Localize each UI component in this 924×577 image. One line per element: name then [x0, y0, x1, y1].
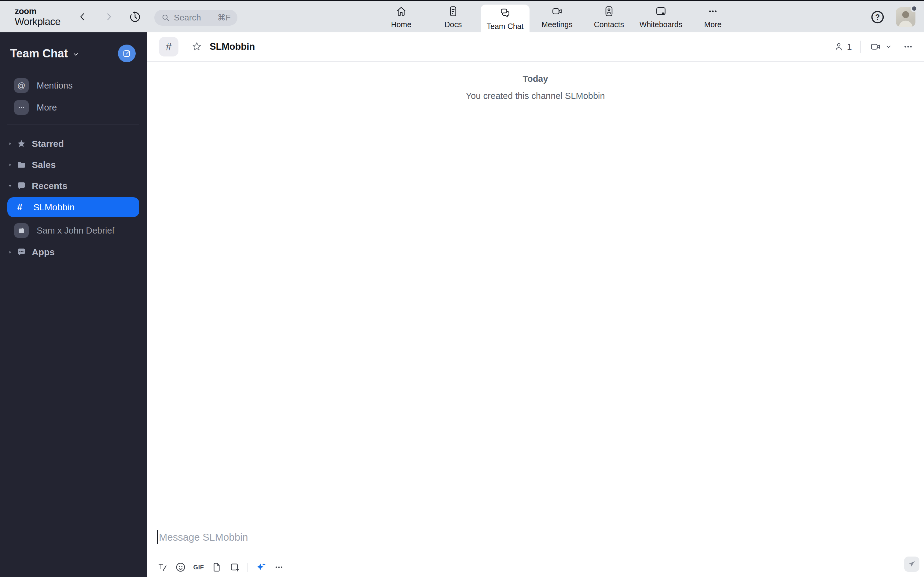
docs-icon — [447, 5, 459, 18]
star-filled-icon — [16, 139, 26, 149]
starred-label: Starred — [32, 139, 64, 149]
history-navigation — [76, 11, 141, 23]
channel-item-slmobbin[interactable]: # SLMobbin — [7, 197, 139, 217]
composer-more-button[interactable] — [273, 561, 285, 573]
topbar: zoom Workplace — [0, 0, 924, 32]
sidebar-shortcuts: @ Mentions More — [0, 74, 147, 118]
compose-button[interactable] — [118, 45, 136, 62]
start-meeting-button[interactable] — [870, 41, 892, 53]
emoji-button[interactable] — [175, 561, 186, 573]
ai-companion-button[interactable] — [255, 561, 267, 573]
mentions-label: Mentions — [37, 81, 73, 91]
sidebar-divider — [7, 124, 139, 125]
sam-x-john-debrief-label: Sam x John Debrief — [37, 226, 115, 236]
whiteboards-icon — [655, 5, 667, 18]
screen-capture-icon — [229, 562, 240, 573]
zoom-workplace-app: zoom Workplace — [0, 0, 924, 577]
member-count-button[interactable]: 1 — [834, 42, 852, 52]
text-format-icon — [157, 562, 168, 573]
forward-button[interactable] — [103, 11, 115, 23]
search-icon — [161, 13, 170, 22]
format-button[interactable] — [157, 561, 168, 573]
gif-button[interactable]: GIF — [193, 561, 204, 573]
history-button[interactable] — [129, 11, 141, 23]
screenshot-button[interactable] — [229, 561, 241, 573]
recents-label: Recents — [32, 181, 68, 191]
emoji-icon — [175, 562, 186, 573]
date-separator: Today — [147, 62, 924, 85]
tab-team-chat[interactable]: Team Chat — [481, 5, 530, 33]
sales-label: Sales — [32, 160, 56, 170]
tab-home[interactable]: Home — [377, 1, 426, 33]
sidebar-section-recents[interactable]: Recents — [0, 175, 147, 196]
message-input[interactable]: Message SLMobbin — [147, 522, 924, 544]
chevron-down-icon[interactable] — [72, 51, 79, 58]
tab-team-chat-label: Team Chat — [487, 22, 524, 31]
topbar-right-group: ? — [870, 1, 916, 33]
more-dots-icon — [707, 5, 719, 18]
attach-file-button[interactable] — [211, 561, 223, 573]
sidebar-header: Team Chat — [10, 43, 136, 64]
svg-text:?: ? — [875, 13, 880, 21]
caret-right-icon — [8, 163, 13, 167]
caret-right-icon — [8, 141, 13, 146]
logo-workplace-text: Workplace — [15, 16, 60, 27]
mentions-chip: @ — [14, 78, 29, 93]
ai-sparkle-icon — [255, 561, 267, 573]
ellipsis-icon — [903, 41, 914, 52]
caret-right-icon — [8, 250, 13, 255]
tab-meetings[interactable]: Meetings — [533, 1, 582, 33]
channel-hash-chip: # — [159, 37, 178, 56]
calendar-icon — [17, 226, 26, 235]
help-button[interactable]: ? — [870, 10, 885, 24]
search-input[interactable]: Search ⌘F — [154, 10, 237, 26]
chat-header: # SLMobbin 1 — [147, 32, 924, 62]
folder-icon — [16, 160, 26, 170]
sidebar-title[interactable]: Team Chat — [10, 47, 68, 60]
home-icon — [395, 5, 407, 18]
channel-more-button[interactable] — [903, 41, 914, 52]
tab-whiteboards[interactable]: Whiteboards — [636, 1, 685, 33]
contacts-icon — [603, 5, 615, 18]
sidebar-section-starred[interactable]: Starred — [0, 133, 147, 154]
chat-panel: # SLMobbin 1 — [147, 32, 924, 577]
gif-icon: GIF — [194, 564, 204, 571]
person-icon — [834, 42, 844, 52]
caret-down-icon — [8, 184, 13, 189]
channel-title: SLMobbin — [210, 41, 255, 52]
tab-contacts[interactable]: Contacts — [585, 1, 633, 33]
sidebar: Team Chat @ Mentions — [0, 32, 147, 577]
sidebar-sections: Starred Sales — [0, 133, 147, 263]
content-area: Team Chat @ Mentions — [0, 32, 924, 577]
team-chat-icon — [499, 7, 511, 19]
zoom-workplace-logo: zoom Workplace — [15, 7, 60, 27]
sidebar-section-sales[interactable]: Sales — [0, 154, 147, 175]
tab-docs[interactable]: Docs — [429, 1, 478, 33]
header-divider — [861, 40, 861, 53]
chevron-left-icon — [77, 11, 88, 22]
sidebar-item-more[interactable]: More — [0, 97, 147, 118]
logo-zoom-text: zoom — [15, 7, 60, 16]
tab-home-label: Home — [391, 20, 412, 29]
more-chip — [14, 100, 29, 115]
user-avatar[interactable] — [896, 7, 916, 27]
file-icon — [211, 562, 222, 573]
more-label: More — [37, 103, 57, 113]
send-button[interactable] — [904, 556, 919, 572]
tab-more[interactable]: More — [688, 1, 737, 33]
tab-whiteboards-label: Whiteboards — [640, 20, 682, 29]
send-icon — [908, 560, 916, 569]
hash-icon: # — [17, 202, 22, 213]
sidebar-item-mentions[interactable]: @ Mentions — [0, 74, 147, 97]
star-outline-icon[interactable] — [191, 41, 202, 52]
search-shortcut-hint: ⌘F — [218, 13, 231, 23]
apps-bubble-icon — [16, 247, 26, 257]
chat-item-sam-x-john-debrief[interactable]: Sam x John Debrief — [0, 219, 147, 242]
message-placeholder: Message SLMobbin — [159, 532, 248, 543]
back-button[interactable] — [76, 11, 89, 23]
at-icon: @ — [18, 81, 25, 90]
message-timeline: Today You created this channel SLMobbin — [147, 62, 924, 522]
message-composer: Message SLMobbin — [147, 522, 924, 577]
tab-docs-label: Docs — [444, 20, 462, 29]
sidebar-section-apps[interactable]: Apps — [0, 242, 147, 263]
